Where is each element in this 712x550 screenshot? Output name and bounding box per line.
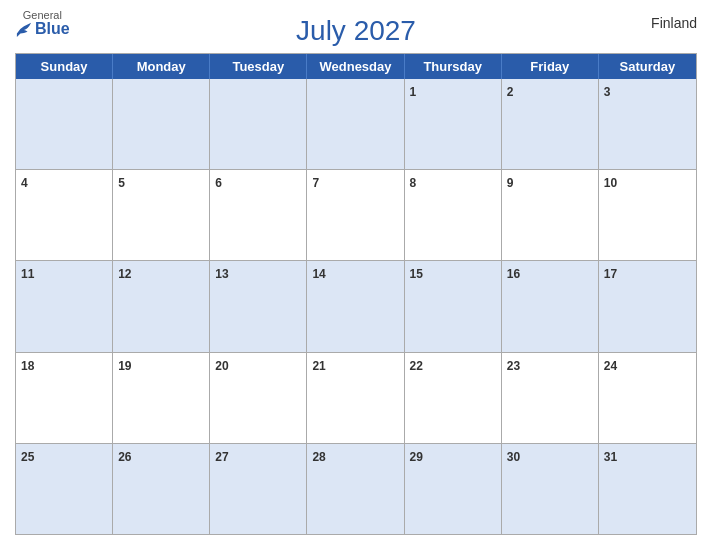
- day-cell: 28: [307, 444, 404, 534]
- day-cell: 29: [405, 444, 502, 534]
- week-row: 25262728293031: [16, 443, 696, 534]
- day-cell: 25: [16, 444, 113, 534]
- day-number: 2: [507, 85, 514, 99]
- day-cell: 10: [599, 170, 696, 260]
- day-number: 24: [604, 359, 617, 373]
- day-number: 23: [507, 359, 520, 373]
- day-number: 12: [118, 267, 131, 281]
- day-number: 16: [507, 267, 520, 281]
- header-wednesday: Wednesday: [307, 54, 404, 79]
- day-cell: 2: [502, 79, 599, 169]
- day-cell: 16: [502, 261, 599, 351]
- weeks-container: 1234567891011121314151617181920212223242…: [16, 79, 696, 534]
- day-cell: 23: [502, 353, 599, 443]
- day-number: 14: [312, 267, 325, 281]
- day-number: 25: [21, 450, 34, 464]
- day-number: 26: [118, 450, 131, 464]
- calendar-title: July 2027: [296, 15, 416, 47]
- day-cell: 31: [599, 444, 696, 534]
- day-number: 17: [604, 267, 617, 281]
- day-cell: [210, 79, 307, 169]
- day-number: 30: [507, 450, 520, 464]
- week-row: 45678910: [16, 169, 696, 260]
- day-cell: 18: [16, 353, 113, 443]
- day-cell: [307, 79, 404, 169]
- day-cell: 3: [599, 79, 696, 169]
- day-cell: 27: [210, 444, 307, 534]
- day-cell: 12: [113, 261, 210, 351]
- day-cell: 6: [210, 170, 307, 260]
- day-cell: 21: [307, 353, 404, 443]
- day-cell: 24: [599, 353, 696, 443]
- day-cell: 5: [113, 170, 210, 260]
- calendar-header: General Blue July 2027 Finland: [15, 10, 697, 47]
- day-cell: 7: [307, 170, 404, 260]
- day-cell: 1: [405, 79, 502, 169]
- day-number: 8: [410, 176, 417, 190]
- header-tuesday: Tuesday: [210, 54, 307, 79]
- day-number: 21: [312, 359, 325, 373]
- day-cell: 4: [16, 170, 113, 260]
- day-number: 29: [410, 450, 423, 464]
- day-number: 20: [215, 359, 228, 373]
- header-thursday: Thursday: [405, 54, 502, 79]
- day-number: 18: [21, 359, 34, 373]
- day-cell: 8: [405, 170, 502, 260]
- week-row: 11121314151617: [16, 260, 696, 351]
- day-number: 3: [604, 85, 611, 99]
- day-number: 10: [604, 176, 617, 190]
- week-row: 123: [16, 79, 696, 169]
- day-number: 4: [21, 176, 28, 190]
- country-label: Finland: [651, 15, 697, 31]
- day-cell: 13: [210, 261, 307, 351]
- day-cell: 11: [16, 261, 113, 351]
- day-number: 13: [215, 267, 228, 281]
- day-cell: 20: [210, 353, 307, 443]
- day-number: 27: [215, 450, 228, 464]
- day-number: 5: [118, 176, 125, 190]
- day-cell: [16, 79, 113, 169]
- day-cell: [113, 79, 210, 169]
- day-number: 1: [410, 85, 417, 99]
- day-number: 22: [410, 359, 423, 373]
- day-cell: 15: [405, 261, 502, 351]
- page: General Blue July 2027 Finland Sunday Mo…: [0, 0, 712, 550]
- week-row: 18192021222324: [16, 352, 696, 443]
- day-number: 7: [312, 176, 319, 190]
- day-cell: 19: [113, 353, 210, 443]
- header-sunday: Sunday: [16, 54, 113, 79]
- day-cell: 14: [307, 261, 404, 351]
- day-headers-row: Sunday Monday Tuesday Wednesday Thursday…: [16, 54, 696, 79]
- day-cell: 30: [502, 444, 599, 534]
- header-monday: Monday: [113, 54, 210, 79]
- day-cell: 9: [502, 170, 599, 260]
- header-friday: Friday: [502, 54, 599, 79]
- day-number: 19: [118, 359, 131, 373]
- logo-bird-icon: [15, 21, 33, 37]
- header-saturday: Saturday: [599, 54, 696, 79]
- day-cell: 22: [405, 353, 502, 443]
- logo: General Blue: [15, 10, 70, 37]
- day-number: 11: [21, 267, 34, 281]
- day-cell: 17: [599, 261, 696, 351]
- logo-blue: Blue: [15, 21, 70, 37]
- day-number: 31: [604, 450, 617, 464]
- day-number: 6: [215, 176, 222, 190]
- calendar-grid: Sunday Monday Tuesday Wednesday Thursday…: [15, 53, 697, 535]
- day-cell: 26: [113, 444, 210, 534]
- day-number: 28: [312, 450, 325, 464]
- day-number: 15: [410, 267, 423, 281]
- day-number: 9: [507, 176, 514, 190]
